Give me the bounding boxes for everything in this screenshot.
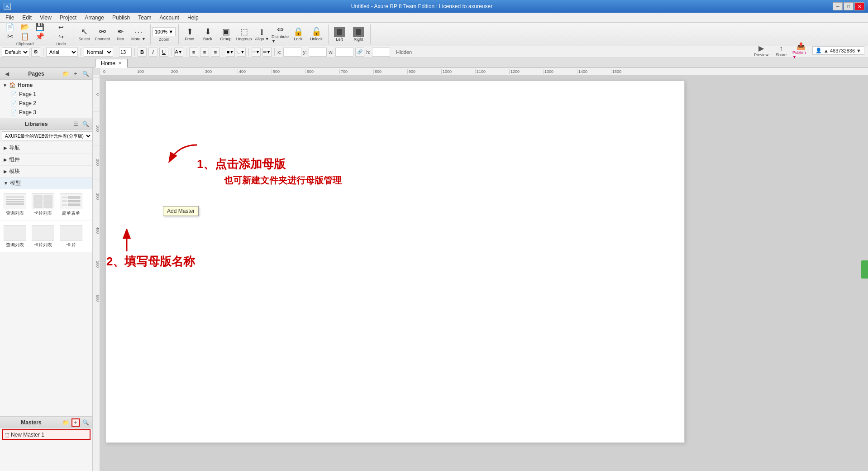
maximize-button[interactable]: □	[844, 2, 854, 10]
line-style-button[interactable]: ─▼	[252, 48, 261, 57]
fill-color-button[interactable]: ■▼	[226, 48, 235, 57]
connect-button[interactable]: ⚯ Connect	[93, 25, 111, 44]
line-color-button[interactable]: □▼	[237, 48, 246, 57]
menu-file[interactable]: File	[2, 14, 18, 22]
align-right-button[interactable]: ≡	[211, 48, 220, 57]
tab-home-close[interactable]: ✕	[118, 61, 122, 66]
y-input[interactable]	[309, 48, 327, 57]
lib-item-extra3[interactable]: 卡 片	[58, 223, 84, 250]
modules-arrow-icon: ▶	[4, 169, 7, 174]
add-master-button[interactable]: +	[72, 418, 80, 427]
ruler-v-mark-400: 400	[93, 213, 100, 247]
menu-publish[interactable]: Publish	[109, 14, 134, 22]
page-2[interactable]: 📄 Page 2	[7, 99, 92, 108]
tab-home[interactable]: Home ✕	[95, 59, 128, 68]
lib-category-modules[interactable]: ▶ 模块	[0, 166, 92, 178]
undo-button[interactable]: ↩	[52, 23, 70, 32]
menu-account[interactable]: Account	[156, 14, 183, 22]
menu-edit[interactable]: Edit	[19, 14, 35, 22]
paste-button[interactable]: 📌	[33, 32, 47, 41]
lib-category-model[interactable]: ▼ 模型	[0, 178, 92, 189]
master-item-new[interactable]: ⬚	[2, 429, 91, 440]
library-dropdown[interactable]: AXURE最全的WEB设计元件库(分享版)	[2, 131, 92, 140]
right-button[interactable]: Right	[349, 25, 367, 44]
lib-items: ▶ 导航 ▶ 组件 ▶ 模块 ▼ 模型	[0, 142, 92, 416]
close-button[interactable]: ✕	[854, 2, 864, 10]
unlock-button[interactable]: 🔓 Unlock	[307, 25, 325, 44]
pages-collapse-icon[interactable]: ◀	[3, 70, 11, 78]
pages-add-icon[interactable]: +	[72, 70, 80, 78]
libraries-search-icon[interactable]: 🔍	[81, 120, 90, 128]
lib-item-extra1[interactable]: 查询列表	[2, 223, 28, 250]
page-home-group[interactable]: ▼ 🏠 Home	[0, 81, 92, 90]
preview-button[interactable]: ▶ Preview	[753, 44, 770, 57]
redo-button[interactable]: ↪	[52, 32, 70, 41]
font-style-select[interactable]: Normal	[84, 48, 113, 57]
copy-button[interactable]: 📋	[18, 32, 32, 41]
group-button[interactable]: ▣ Group	[217, 25, 235, 44]
canvas-content[interactable]	[100, 75, 868, 471]
ruler-mark-1000: 1000	[441, 69, 475, 74]
minimize-button[interactable]: ─	[833, 2, 843, 10]
menu-team[interactable]: Team	[134, 14, 155, 22]
tab-home-label: Home	[101, 60, 115, 67]
pages-add-folder-icon[interactable]: 📁	[62, 70, 70, 78]
right-panel-handle[interactable]	[861, 260, 868, 279]
align-button[interactable]: ⫿ Align ▼	[253, 25, 271, 44]
share-button[interactable]: ↑ Share	[773, 44, 790, 57]
lib-item-simple-form[interactable]: 简单表单	[58, 191, 84, 219]
zoom-box[interactable]: 100% ▼	[153, 27, 176, 36]
menu-view[interactable]: View	[36, 14, 55, 22]
bold-button[interactable]: B	[138, 48, 147, 57]
front-button[interactable]: ⬆ Front	[181, 25, 199, 44]
lock-button[interactable]: 🔒 Lock	[289, 25, 307, 44]
underline-button[interactable]: U	[159, 48, 168, 57]
menu-project[interactable]: Project	[56, 14, 80, 22]
back-button[interactable]: ⬇ Back	[199, 25, 217, 44]
publish-button[interactable]: 📤 Publish ▼	[792, 42, 810, 59]
save-button[interactable]: 💾	[33, 23, 47, 32]
manage-styles-button[interactable]: ⚙	[31, 48, 40, 57]
separator-2	[81, 48, 81, 56]
ungroup-button[interactable]: ⬚ Ungroup	[235, 25, 253, 44]
undo-icon: ↩	[58, 24, 64, 31]
distribute-button[interactable]: ⇔ Distribute ▼	[271, 25, 289, 44]
font-select[interactable]: Arial	[46, 48, 78, 57]
open-button[interactable]: 📂	[18, 23, 32, 32]
style-select[interactable]: Default	[2, 48, 29, 57]
align-left-button[interactable]: ≡	[189, 48, 198, 57]
masters-search-icon[interactable]: 🔍	[81, 418, 90, 427]
master-name-input[interactable]	[11, 432, 88, 438]
menu-help[interactable]: Help	[184, 14, 202, 22]
menu-arrange[interactable]: Arrange	[81, 14, 108, 22]
lib-category-components[interactable]: ▶ 组件	[0, 154, 92, 166]
font-color-button[interactable]: A▼	[174, 48, 183, 57]
w-input[interactable]	[335, 48, 353, 57]
w-label: w:	[329, 49, 334, 55]
user-badge[interactable]: 👤 ▲ 463732836 ▼	[812, 46, 864, 55]
align-center-button[interactable]: ≡	[200, 48, 209, 57]
select-button[interactable]: ↖ Select	[75, 25, 93, 44]
masters-add-folder-icon[interactable]: 📁	[62, 418, 70, 427]
pen-button[interactable]: ✒ Pen	[111, 25, 129, 44]
lib-item-query-list[interactable]: 查询列表	[2, 191, 28, 219]
cut-button[interactable]: ✂	[3, 32, 17, 41]
x-input[interactable]	[283, 48, 301, 57]
pages-search-icon[interactable]: 🔍	[81, 70, 90, 78]
line-width-button[interactable]: ═▼	[262, 48, 272, 57]
left-button[interactable]: Left	[330, 25, 348, 44]
italic-button[interactable]: I	[148, 48, 157, 57]
new-button[interactable]: 📄	[3, 23, 17, 32]
zoom-label: Zoom	[159, 37, 169, 42]
lock-ratio-button[interactable]: 🔗	[355, 48, 364, 57]
page-3[interactable]: 📄 Page 3	[7, 108, 92, 117]
page-1[interactable]: 📄 Page 1	[7, 90, 92, 99]
lib-item-card-list[interactable]: 卡片列表	[30, 191, 56, 219]
pages-list: ▼ 🏠 Home 📄 Page 1 📄 Page 2 📄 Pa	[0, 80, 92, 118]
lib-item-extra2[interactable]: 卡片列表	[30, 223, 56, 250]
h-input[interactable]	[372, 48, 390, 57]
lib-category-nav[interactable]: ▶ 导航	[0, 142, 92, 154]
more-button[interactable]: ⋯ More ▼	[129, 25, 148, 44]
font-size-input[interactable]	[119, 48, 132, 57]
libraries-menu-icon[interactable]: ☰	[72, 120, 80, 128]
